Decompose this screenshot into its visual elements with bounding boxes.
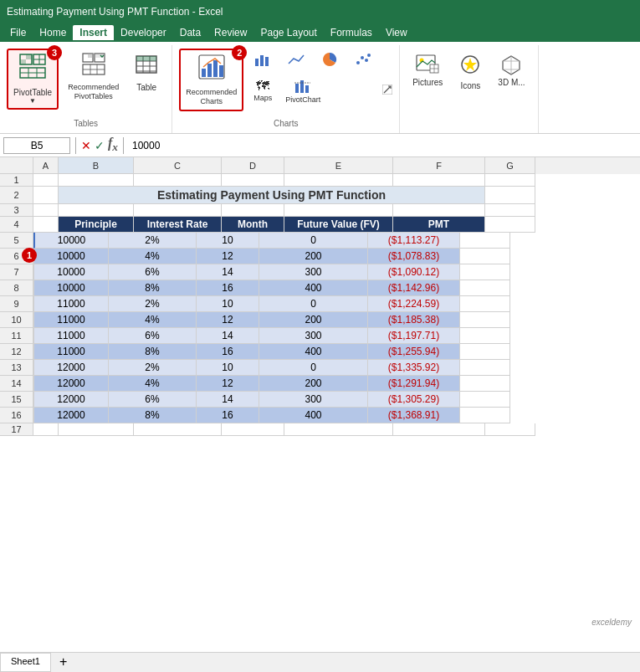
cell-a2[interactable] [33,187,59,204]
cell-f9[interactable]: ($1,224.59) [368,296,460,312]
cell-f5[interactable]: ($1,113.27) [368,233,460,249]
menu-data[interactable]: Data [173,25,207,40]
cell-e7[interactable]: 300 [259,264,368,280]
cell-d8[interactable]: 16 [197,280,259,296]
cell-e5[interactable]: 0 [259,233,368,249]
cell-d5[interactable]: 10 [197,233,259,249]
menu-formulas[interactable]: Formulas [324,25,379,40]
cell-c13[interactable]: 2% [109,360,197,376]
menu-developer[interactable]: Developer [114,25,173,40]
3d-models-button[interactable]: 3D M... [492,49,530,91]
cell-f1[interactable] [393,174,485,187]
cell-b2-merged[interactable]: Estimating Payment Using PMT Function [59,187,485,204]
cell-g9[interactable] [460,296,510,312]
cell-c6[interactable]: 4% [109,249,197,264]
cell-d10[interactable]: 12 [197,312,259,328]
cell-f3[interactable] [393,204,485,217]
cell-c17[interactable] [134,423,222,436]
cell-b16[interactable]: 12000 [33,408,109,423]
line-chart-button[interactable] [280,49,312,72]
cell-d11[interactable]: 14 [197,328,259,344]
cell-e12[interactable]: 400 [259,344,368,360]
formula-input[interactable] [129,138,637,153]
cell-d6[interactable]: 12 [197,249,259,264]
col-header-b[interactable]: B [59,157,134,174]
cancel-formula-icon[interactable]: ✕ [81,139,91,152]
cell-f12[interactable]: ($1,255.94) [368,344,460,360]
cell-c5[interactable]: 2% [109,233,197,249]
cell-g17[interactable] [485,423,535,436]
cell-d12[interactable]: 16 [197,344,259,360]
cell-f4-header[interactable]: PMT [393,217,485,233]
cell-e10[interactable]: 200 [259,312,368,328]
add-sheet-button[interactable]: + [53,653,74,672]
col-header-e[interactable]: E [284,157,393,174]
sheet-area[interactable]: 1 A B C D E F G 1 [0,157,640,652]
cell-b1[interactable] [59,174,134,187]
cell-b3[interactable] [59,204,134,217]
cell-c11[interactable]: 6% [109,328,197,344]
cell-e15[interactable]: 300 [259,392,368,408]
menu-insert[interactable]: Insert [73,25,114,40]
cell-e8[interactable]: 400 [259,280,368,296]
cell-g14[interactable] [460,376,510,392]
cell-e11[interactable]: 300 [259,328,368,344]
col-header-g[interactable]: G [485,157,535,174]
menu-home[interactable]: Home [33,25,73,40]
charts-expand[interactable] [382,85,392,97]
pivotchart-button[interactable]: PivotChart [280,75,325,107]
cell-g11[interactable] [460,328,510,344]
cell-f16[interactable]: ($1,368.91) [368,408,460,423]
cell-e6[interactable]: 200 [259,249,368,264]
cell-c4-header[interactable]: Interest Rate [134,217,222,233]
cell-g6[interactable] [460,249,510,264]
cell-c9[interactable]: 2% [109,296,197,312]
menu-page-layout[interactable]: Page Layout [253,25,323,40]
cell-c16[interactable]: 8% [109,408,197,423]
cell-d4-header[interactable]: Month [222,217,284,233]
cell-f8[interactable]: ($1,142.96) [368,280,460,296]
cell-g1[interactable] [485,174,535,187]
insert-function-icon[interactable]: fx [108,136,118,154]
col-header-f[interactable]: F [393,157,485,174]
col-header-a[interactable]: A [33,157,59,174]
cell-b17[interactable] [59,423,134,436]
cell-g5[interactable] [460,233,510,249]
cell-b11[interactable]: 11000 [33,328,109,344]
cell-d15[interactable]: 14 [197,392,259,408]
sheet-tab-1[interactable]: Sheet1 [0,653,51,672]
column-chart-button[interactable] [247,49,279,72]
pivottable-dropdown[interactable]: ▼ [29,97,36,105]
cell-f14[interactable]: ($1,291.94) [368,376,460,392]
cell-e13[interactable]: 0 [259,360,368,376]
pictures-button[interactable]: Pictures [407,49,448,91]
col-header-c[interactable]: C [134,157,222,174]
maps-button[interactable]: 🗺 Maps [247,75,279,107]
cell-f13[interactable]: ($1,335.92) [368,360,460,376]
cell-d17[interactable] [222,423,284,436]
cell-b12[interactable]: 11000 [33,344,109,360]
cell-g16[interactable] [460,408,510,423]
col-header-d[interactable]: D [222,157,284,174]
cell-b10[interactable]: 11000 [33,312,109,328]
cell-f11[interactable]: ($1,197.71) [368,328,460,344]
cell-d9[interactable]: 10 [197,296,259,312]
cell-f10[interactable]: ($1,185.38) [368,312,460,328]
cell-e1[interactable] [284,174,393,187]
scatter-chart-button[interactable] [347,49,379,72]
table-button[interactable]: Table [128,49,165,96]
name-box[interactable]: B5 [3,137,70,154]
pie-chart-button[interactable] [314,49,346,72]
cell-c15[interactable]: 6% [109,392,197,408]
cell-c3[interactable] [134,204,222,217]
menu-file[interactable]: File [3,25,33,40]
cell-c7[interactable]: 6% [109,264,197,280]
cell-b6[interactable]: 10000 [33,249,109,264]
cell-g13[interactable] [460,360,510,376]
confirm-formula-icon[interactable]: ✓ [95,139,105,152]
cell-e3[interactable] [284,204,393,217]
cell-c14[interactable]: 4% [109,376,197,392]
cell-g4[interactable] [485,217,535,233]
cell-d16[interactable]: 16 [197,408,259,423]
cell-e14[interactable]: 200 [259,376,368,392]
